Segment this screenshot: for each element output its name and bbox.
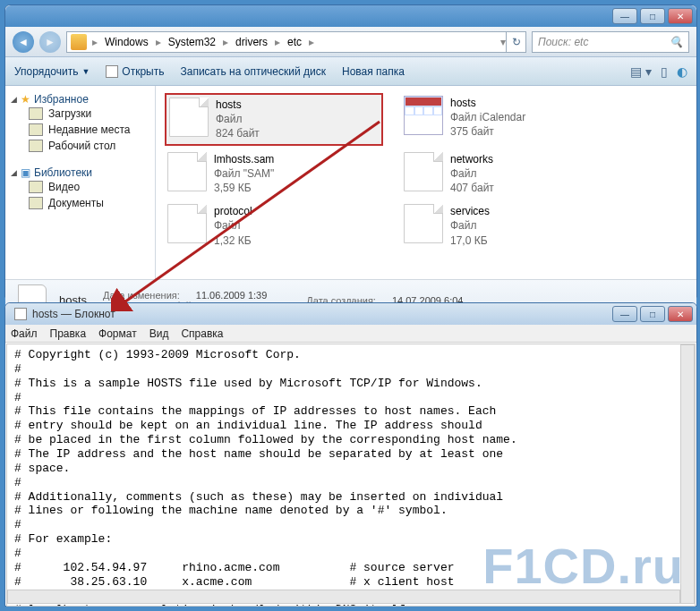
menu-file[interactable]: Файл [11, 327, 38, 340]
sidebar-item-video[interactable]: Видео [11, 179, 149, 195]
menu-help[interactable]: Справка [181, 327, 223, 340]
file-type: Файл [450, 166, 494, 181]
desktop-icon [29, 140, 43, 152]
file-type: Файл [216, 112, 260, 126]
sidebar-item-documents[interactable]: Документы [11, 195, 149, 211]
file-type: Файл [450, 218, 490, 233]
new-folder-button[interactable]: Новая папка [342, 65, 405, 78]
file-size: 3,59 КБ [214, 181, 274, 195]
scrollbar-vertical[interactable] [680, 344, 695, 604]
help-button[interactable]: ◐ [677, 64, 687, 79]
library-icon: ▣ [21, 166, 30, 179]
favorites-header[interactable]: ◢★Избранное [11, 93, 149, 106]
file-icon [167, 152, 207, 191]
star-icon: ★ [21, 93, 30, 106]
explorer-titlebar[interactable]: — □ ✕ [5, 5, 696, 27]
folder-icon [71, 34, 87, 50]
menu-format[interactable]: Формат [98, 327, 137, 340]
file-item[interactable]: servicesФайл17,0 КБ [401, 201, 619, 250]
maximize-button[interactable]: □ [640, 306, 665, 322]
burn-button[interactable]: Записать на оптический диск [180, 65, 326, 78]
explorer-window: — □ ✕ ◄ ► ▸ Windows▸ System32▸ drivers▸ … [4, 4, 697, 298]
file-type: Файл iCalendar [450, 110, 525, 124]
file-name: hosts [450, 96, 525, 110]
search-icon: 🔍 [670, 36, 683, 48]
recent-icon [29, 123, 43, 136]
minimize-button[interactable]: — [612, 306, 637, 322]
maximize-button[interactable]: □ [640, 8, 665, 24]
file-icon [404, 204, 443, 243]
search-placeholder: Поиск: etc [538, 36, 588, 48]
file-icon [169, 98, 209, 137]
file-name: networks [450, 152, 494, 166]
open-button[interactable]: Открыть [106, 65, 164, 78]
file-size: 17,0 КБ [450, 233, 490, 248]
notepad-icon [14, 308, 27, 320]
file-item[interactable]: hostsФайл iCalendar375 байт [401, 93, 619, 146]
toolbar: Упорядочить ▼ Открыть Записать на оптиче… [5, 57, 696, 86]
close-button[interactable]: ✕ [668, 306, 693, 322]
sidebar: ◢★Избранное Загрузки Недавние места Рабо… [5, 86, 156, 279]
file-name: protocol [214, 204, 252, 218]
sidebar-item-desktop[interactable]: Рабочий стол [11, 138, 149, 154]
calendar-icon [404, 96, 443, 135]
menu-edit[interactable]: Правка [50, 327, 87, 340]
crumb-1[interactable]: System32 [163, 32, 221, 52]
documents-icon [29, 197, 43, 209]
file-item[interactable]: networksФайл407 байт [401, 149, 619, 199]
organize-menu[interactable]: Упорядочить ▼ [14, 65, 90, 78]
forward-button[interactable]: ► [39, 31, 61, 53]
crumb-3[interactable]: etc [282, 32, 307, 52]
preview-pane-button[interactable]: ▯ [661, 64, 668, 79]
notepad-window: hosts — Блокнот — □ ✕ Файл Правка Формат… [4, 302, 697, 607]
sidebar-item-downloads[interactable]: Загрузки [11, 106, 149, 122]
page-icon [106, 65, 118, 78]
notepad-text-area[interactable]: # Copyright (c) 1993-2009 Microsoft Corp… [6, 344, 696, 607]
file-item[interactable]: protocolФайл1,32 КБ [165, 201, 383, 250]
refresh-button[interactable]: ↻ [506, 31, 525, 53]
close-button[interactable]: ✕ [668, 8, 693, 24]
file-list[interactable]: hostsФайл824 байтhostsФайл iCalendar375 … [156, 86, 696, 279]
crumb-0[interactable]: Windows [99, 32, 154, 52]
notepad-title: hosts — Блокнот [9, 308, 610, 320]
file-name: lmhosts.sam [214, 152, 274, 166]
libraries-header[interactable]: ◢▣Библиотеки [11, 166, 149, 179]
file-item[interactable]: lmhosts.samФайл "SAM"3,59 КБ [165, 149, 383, 199]
file-type: Файл [214, 218, 252, 233]
file-item[interactable]: hostsФайл824 байт [165, 93, 383, 146]
search-input[interactable]: Поиск: etc 🔍 [532, 31, 689, 53]
menu-view[interactable]: Вид [149, 327, 169, 340]
file-icon [167, 204, 207, 243]
file-size: 407 байт [450, 181, 494, 195]
file-name: services [450, 204, 490, 218]
file-size: 375 байт [450, 124, 525, 139]
notepad-menubar: Файл Правка Формат Вид Справка [5, 325, 696, 343]
minimize-button[interactable]: — [612, 8, 637, 24]
file-icon [404, 152, 443, 191]
file-type: Файл "SAM" [214, 166, 274, 181]
file-size: 1,32 КБ [214, 233, 252, 248]
scrollbar-horizontal[interactable] [7, 590, 680, 604]
nav-bar: ◄ ► ▸ Windows▸ System32▸ drivers▸ etc▸ ▾… [5, 27, 696, 57]
back-button[interactable]: ◄ [13, 31, 34, 53]
video-icon [29, 181, 43, 193]
sidebar-item-recent[interactable]: Недавние места [11, 122, 149, 138]
downloads-icon [29, 107, 43, 120]
breadcrumb-bar[interactable]: ▸ Windows▸ System32▸ drivers▸ etc▸ ▾ ↻ [66, 31, 526, 53]
file-size: 824 байт [216, 126, 260, 140]
crumb-2[interactable]: drivers [230, 32, 273, 52]
notepad-titlebar[interactable]: hosts — Блокнот — □ ✕ [5, 303, 696, 325]
view-mode-button[interactable]: ▤ ▾ [630, 64, 652, 79]
file-name: hosts [216, 98, 260, 112]
